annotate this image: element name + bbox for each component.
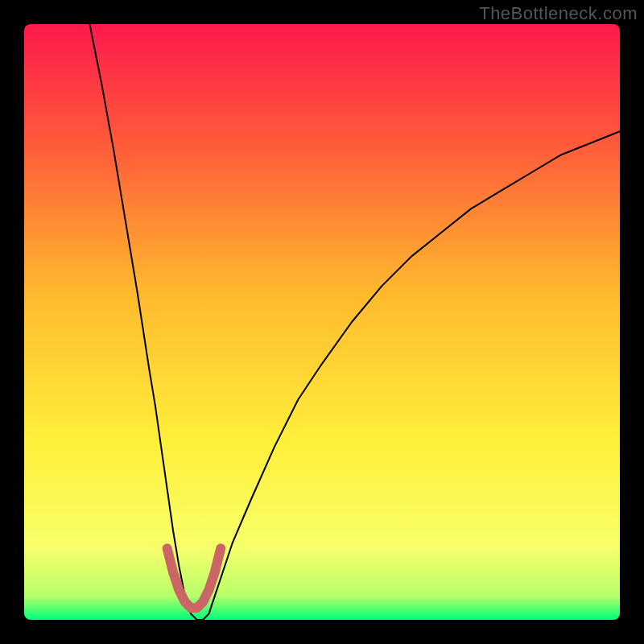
chart-container: TheBottleneck.com xyxy=(0,0,644,644)
plot-area xyxy=(24,24,620,620)
plot-svg xyxy=(24,24,620,620)
attribution-text: TheBottleneck.com xyxy=(479,3,638,24)
gradient-background xyxy=(24,24,620,620)
